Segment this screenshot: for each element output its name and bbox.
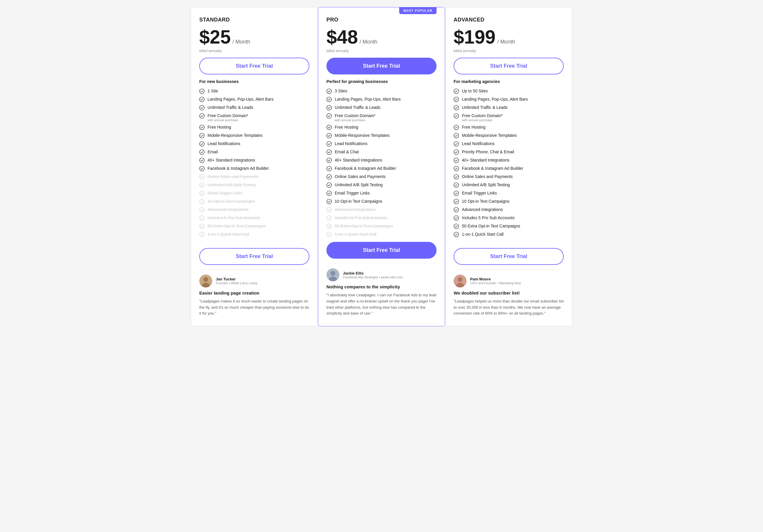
features-list: Up to 50 Sites Landing Pages, Pop-Ups, A… <box>454 89 564 243</box>
feature-text: 50 Extra Opt-in Text Campaigns <box>335 223 393 228</box>
feature-item: Facebook & Instagram Ad Builder <box>454 166 564 171</box>
plan-billing: billed annually <box>454 49 564 53</box>
plan-price: $48 <box>326 28 358 46</box>
check-icon <box>199 89 205 94</box>
svg-point-59 <box>454 232 459 237</box>
svg-point-54 <box>454 191 459 196</box>
feature-text: Priority Phone, Chat & Email <box>462 149 514 154</box>
feature-item: Priority Phone, Chat & Email <box>454 149 564 155</box>
feature-item: Unlimited Traffic & Leads <box>326 105 437 110</box>
check-icon <box>199 223 205 229</box>
check-icon <box>199 191 205 196</box>
check-icon <box>454 158 459 163</box>
feature-item: Lead Notifications <box>199 141 309 146</box>
plan-name: ADVANCED <box>454 17 564 23</box>
svg-point-27 <box>327 141 331 146</box>
feature-text: Online Sales and Payments <box>335 174 385 179</box>
start-trial-button-bottom[interactable]: Start Free Trial <box>199 248 309 265</box>
svg-point-31 <box>327 174 331 179</box>
start-trial-button-bottom[interactable]: Start Free Trial <box>326 242 437 259</box>
check-icon <box>454 182 459 188</box>
avatar <box>326 268 339 281</box>
feature-text: Email & Chat <box>335 149 359 154</box>
svg-point-21 <box>327 89 331 94</box>
check-icon <box>326 199 332 204</box>
check-icon <box>454 133 459 138</box>
check-icon <box>199 199 205 204</box>
svg-point-37 <box>327 224 331 228</box>
start-trial-button-top[interactable]: Start Free Trial <box>199 58 309 74</box>
svg-point-45 <box>454 114 459 118</box>
feature-item: 40+ Standard Integrations <box>454 158 564 163</box>
check-icon <box>199 125 205 130</box>
start-trial-button-top[interactable]: Start Free Trial <box>454 58 564 74</box>
feature-item: Free Custom Domain*with annual purchase <box>454 113 564 122</box>
svg-point-5 <box>200 133 204 138</box>
testimonial-header: Pam Moore CEO and Founder • Marketing Nu… <box>454 275 564 288</box>
check-icon <box>199 207 205 213</box>
svg-point-14 <box>200 208 204 212</box>
plan-period: / Month <box>360 39 378 45</box>
feature-item: Landing Pages, Pop-Ups, Alert Bars <box>454 97 564 102</box>
testimonial-area: Jan Tucker Founder • White Lotus Living … <box>199 275 309 316</box>
svg-point-7 <box>200 150 204 154</box>
testimonial-meta: Jan Tucker Founder • White Lotus Living <box>216 277 257 285</box>
svg-point-44 <box>454 105 459 110</box>
feature-text: 50 Extra Opt-in Text Campaigns <box>207 223 266 228</box>
start-trial-button-bottom[interactable]: Start Free Trial <box>454 248 564 265</box>
svg-point-19 <box>203 277 208 282</box>
svg-point-16 <box>200 224 204 228</box>
feature-item: 10 Opt-in Text Campaigns <box>199 199 309 204</box>
feature-item: Unlimited A/B Split Testing <box>199 182 309 188</box>
feature-text: Facebook & Instagram Ad Builder <box>462 166 523 171</box>
feature-text: 40+ Standard Integrations <box>207 158 255 162</box>
feature-text: Email <box>207 149 218 154</box>
testimonial-quote: "I absolutely love Leadpages. I can run … <box>326 292 437 316</box>
feature-text: Landing Pages, Pop-Ups, Alert Bars <box>207 97 273 102</box>
plan-price: $25 <box>199 28 231 46</box>
svg-point-36 <box>327 216 331 221</box>
svg-point-58 <box>454 224 459 228</box>
check-icon <box>326 158 332 163</box>
feature-item: 40+ Standard Integrations <box>326 158 437 163</box>
start-trial-button-top[interactable]: Start Free Trial <box>326 58 437 74</box>
svg-point-35 <box>327 208 331 212</box>
testimonial-meta: Jackie Ellis Facebook Ads Strategist • j… <box>343 271 403 279</box>
check-icon <box>454 223 459 229</box>
feature-item: Unlimited Traffic & Leads <box>199 105 309 110</box>
feature-text: Landing Pages, Pop-Ups, Alert Bars <box>335 97 401 102</box>
svg-point-51 <box>454 166 459 171</box>
check-icon <box>326 89 332 94</box>
feature-sub: with annual purchase <box>335 118 376 122</box>
check-icon <box>454 166 459 171</box>
svg-point-56 <box>454 208 459 212</box>
feature-text: 10 Opt-in Text Campaigns <box>462 199 509 204</box>
feature-text: Email Trigger Links <box>462 191 497 195</box>
feature-item: Free Custom Domain*with annual purchase <box>199 113 309 122</box>
check-icon <box>326 216 332 221</box>
check-icon <box>326 174 332 179</box>
feature-item: Free Custom Domain*with annual purchase <box>326 113 437 122</box>
svg-point-55 <box>454 199 459 204</box>
feature-item: Email Trigger Links <box>199 191 309 196</box>
feature-item: Mobile-Responsive Templates <box>326 133 437 138</box>
svg-point-22 <box>327 97 331 102</box>
feature-item: 1-on-1 Quick Start Call <box>199 232 309 237</box>
svg-point-32 <box>327 183 331 187</box>
plan-card-pro: MOST POPULARPRO $48 / Month billed annua… <box>318 7 445 326</box>
svg-point-12 <box>200 191 204 196</box>
svg-point-9 <box>200 166 204 171</box>
feature-item: 10 Opt-in Text Campaigns <box>326 199 437 204</box>
feature-sub: with annual purchase <box>207 118 249 122</box>
plan-card-standard: STANDARD $25 / Month billed annuallyStar… <box>191 7 318 326</box>
testimonial-header: Jackie Ellis Facebook Ads Strategist • j… <box>326 268 437 281</box>
feature-item: Advanced Integrations <box>199 207 309 213</box>
divider <box>199 270 309 270</box>
plan-period: / Month <box>233 39 250 45</box>
check-icon <box>454 149 459 155</box>
plan-price: $199 <box>454 28 495 46</box>
svg-point-49 <box>454 150 459 154</box>
feature-item: 1 Site <box>199 89 309 94</box>
feature-text: Unlimited A/B Split Testing <box>462 182 510 187</box>
features-list: 1 Site Landing Pages, Pop-Ups, Alert Bar… <box>199 89 309 243</box>
